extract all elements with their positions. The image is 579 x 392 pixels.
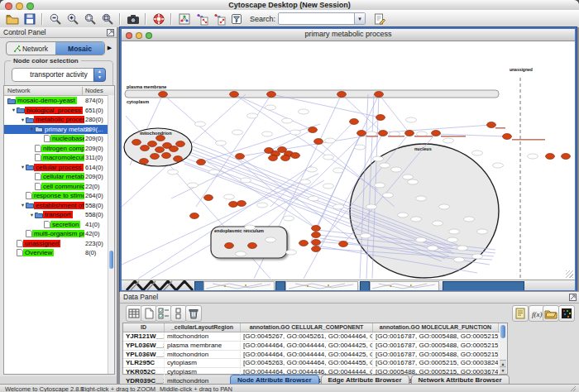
gene-node[interactable]: [312, 240, 321, 246]
gene-node[interactable]: [176, 141, 185, 147]
float-panel-icon[interactable]: [569, 294, 577, 301]
label-node[interactable]: [247, 113, 258, 118]
tree-row-primary-metabo[interactable]: ▼primary metabo209(...: [4, 125, 114, 135]
gene-node[interactable]: [190, 213, 199, 219]
background-window-bar[interactable]: [443, 281, 524, 290]
expand-arrow-icon[interactable]: ▼: [29, 127, 35, 131]
gene-node[interactable]: [225, 243, 234, 249]
tab-overflow-arrow[interactable]: ▶: [105, 41, 114, 54]
gene-node[interactable]: [312, 232, 321, 238]
gene-node[interactable]: [229, 202, 238, 208]
label-node[interactable]: [236, 251, 246, 256]
label-node[interactable]: [333, 204, 344, 209]
tree-column-network[interactable]: Network: [7, 87, 31, 94]
expand-arrow-icon[interactable]: ▼: [20, 117, 26, 122]
label-node[interactable]: [307, 167, 318, 172]
gene-node[interactable]: [291, 153, 300, 159]
label-node[interactable]: [383, 193, 394, 198]
tab-mosaic[interactable]: Mosaic: [55, 42, 104, 55]
label-node[interactable]: [406, 117, 417, 122]
label-node[interactable]: [391, 167, 402, 172]
column-header[interactable]: annotation.GO MOLECULAR_FUNCTION: [373, 323, 499, 332]
gene-node[interactable]: [375, 92, 384, 98]
label-node[interactable]: [224, 194, 235, 199]
label-node[interactable]: [195, 122, 206, 127]
label-node[interactable]: [454, 257, 465, 262]
node-color-dropdown[interactable]: transporter activity ▲▼: [12, 68, 106, 82]
label-node[interactable]: [411, 217, 422, 222]
label-node[interactable]: [286, 250, 297, 255]
label-node[interactable]: [398, 213, 409, 218]
expand-arrow-icon[interactable]: ▼: [20, 165, 26, 170]
label-node[interactable]: [323, 155, 334, 160]
tree-row-metabolic-process[interactable]: ▼metabolic process280(0): [4, 115, 114, 125]
gene-node[interactable]: [379, 131, 388, 136]
expand-arrow-icon[interactable]: ▼: [20, 203, 26, 208]
zoom-selected-icon[interactable]: [83, 12, 97, 26]
label-node[interactable]: [266, 105, 276, 110]
label-node[interactable]: [472, 254, 483, 259]
label-node[interactable]: [439, 204, 450, 209]
gene-node[interactable]: [432, 131, 441, 136]
label-node[interactable]: [528, 154, 538, 159]
label-node[interactable]: [241, 178, 251, 183]
label-node[interactable]: [168, 170, 179, 174]
gene-node[interactable]: [248, 243, 257, 249]
gene-node[interactable]: [269, 155, 278, 161]
tab-network[interactable]: Network: [7, 42, 55, 55]
filter-page-icon[interactable]: [229, 12, 243, 26]
table-row[interactable]: YPL036W__1mitochondrion[GO:0044464, GO:0…: [123, 351, 500, 360]
gene-node[interactable]: [151, 154, 160, 160]
label-node[interactable]: [257, 203, 268, 208]
label-node[interactable]: [262, 131, 273, 136]
table-row[interactable]: YPL036W__2plasma membrane[GO:0044464, GO…: [123, 342, 500, 351]
label-node[interactable]: [403, 174, 414, 179]
gene-node[interactable]: [156, 136, 165, 141]
tree-column-nodes[interactable]: Nodes: [82, 87, 103, 96]
zoom-fit-icon[interactable]: [100, 12, 114, 26]
label-node[interactable]: [366, 204, 377, 209]
tree-row-macromolecule[interactable]: macromolecule311(0): [4, 153, 114, 163]
tree-row-multi-organism-pro[interactable]: multi-organism pro42(0): [4, 229, 114, 239]
gene-node[interactable]: [487, 122, 496, 128]
gene-node[interactable]: [376, 115, 385, 121]
label-node[interactable]: [457, 246, 468, 251]
gene-node[interactable]: [337, 92, 347, 98]
float-panel-icon[interactable]: [107, 29, 114, 36]
create-view-icon[interactable]: [194, 12, 208, 26]
tree-row-nitrogen-compo[interactable]: nitrogen compo209(0): [4, 144, 114, 154]
matrix-icon[interactable]: [558, 305, 575, 322]
gene-node[interactable]: [141, 146, 150, 151]
gene-node[interactable]: [267, 92, 276, 98]
gene-node[interactable]: [148, 141, 157, 147]
label-node[interactable]: [290, 130, 301, 135]
label-node[interactable]: [282, 118, 293, 123]
table-row[interactable]: YLR295Ccytoplasm[GO:0045263, GO:0044464,…: [123, 359, 500, 368]
network-graph[interactable]: plasma membranecytoplasmnucleusmitochond…: [122, 41, 575, 280]
tree-row-cell-communicat[interactable]: cell communicat22(0): [4, 182, 114, 192]
table-scrollbar[interactable]: ▲ ▼: [500, 323, 508, 375]
gene-node[interactable]: [156, 147, 165, 153]
open-folder-icon[interactable]: [5, 12, 19, 26]
gene-node[interactable]: [299, 241, 309, 246]
zoom-out-icon[interactable]: [48, 12, 62, 26]
help-ring-icon[interactable]: [151, 12, 165, 26]
gene-node[interactable]: [236, 154, 245, 160]
column-header[interactable]: _cellularLayoutRegion: [165, 323, 241, 332]
tree-row-response-to-stimulu[interactable]: response to stimulu264(0): [4, 191, 114, 201]
gene-node[interactable]: [197, 160, 206, 165]
tree-row-establishment-of-lo[interactable]: ▼establishment of lo558(0): [4, 201, 114, 211]
network-window-titlebar[interactable]: primary metabolic process: [122, 29, 575, 41]
label-node[interactable]: [380, 163, 390, 168]
dropdown-stepper-icon[interactable]: ▲▼: [93, 68, 106, 82]
scroll-down-icon[interactable]: ▼: [500, 366, 506, 374]
gene-node[interactable]: [170, 146, 179, 152]
label-node[interactable]: [361, 233, 371, 238]
label-node[interactable]: [300, 179, 311, 184]
label-node[interactable]: [188, 183, 199, 188]
gene-node[interactable]: [159, 92, 168, 98]
gene-node[interactable]: [312, 226, 321, 232]
gene-node[interactable]: [357, 131, 366, 136]
label-node[interactable]: [408, 179, 419, 184]
import-attributes-icon[interactable]: [543, 305, 559, 322]
